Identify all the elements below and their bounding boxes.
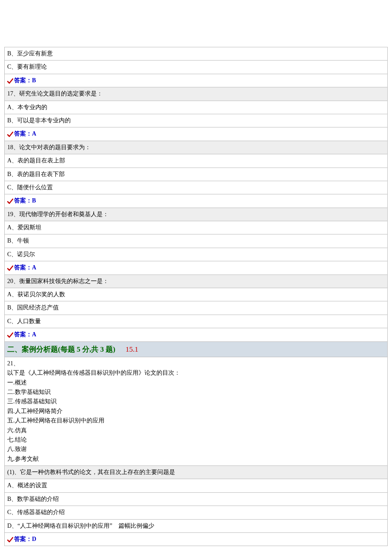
q18-question: 18、论文中对表的题目要求为： — [5, 141, 388, 154]
q20-option-a: A、获诺贝尔奖的人数 — [5, 288, 388, 301]
q17-answer-text: 答案：A — [14, 130, 36, 137]
q21-sub1-answer-text: 答案：D — [14, 536, 36, 542]
q21-sub1-option-b: B、数学基础的介绍 — [5, 492, 388, 506]
check-icon — [7, 332, 13, 338]
q21-intro-line: 四.人工神经网络简介 — [7, 407, 385, 416]
q17-option-a: A、本专业内的 — [5, 101, 388, 114]
section2-header: 二、案例分析题(每题 5 分,共 3 题) 15.1 — [5, 341, 388, 357]
check-icon — [7, 537, 13, 543]
q19-option-a: A、爱因斯坦 — [5, 221, 388, 234]
q20-answer: 答案：A — [5, 328, 388, 341]
q20-answer-text: 答案：A — [14, 331, 36, 338]
q19-answer: 答案：A — [5, 261, 388, 275]
check-icon — [7, 198, 13, 204]
q17-option-b: B、可以是非本专业内的 — [5, 114, 388, 127]
q17-answer: 答案：A — [5, 127, 388, 141]
q21-sub1-option-a: A、概述的设置 — [5, 479, 388, 492]
q21-number: 21、 — [7, 359, 385, 368]
q21-intro: 21、 以下是《人工神经网络在传感器目标识别中的应用》论文的目次： 一.概述 二… — [5, 357, 388, 465]
q16-answer-text: 答案：B — [14, 77, 36, 84]
q21-sub1-answer: 答案：D — [5, 533, 388, 546]
check-icon — [7, 265, 13, 271]
q18-answer-text: 答案：B — [14, 197, 36, 204]
q16-option-c: C、要有新理论 — [5, 61, 388, 74]
q21-intro-line: 八.致谢 — [7, 445, 385, 454]
q19-option-c: C、诺贝尔 — [5, 248, 388, 261]
q21-intro-line: 九.参考文献 — [7, 454, 385, 464]
q21-intro-line: 以下是《人工神经网络在传感器目标识别中的应用》论文的目次： — [7, 368, 385, 378]
q21-intro-line: 五.人工神经网络在目标识别中的应用 — [7, 416, 385, 425]
q21-sub1-question: (1)、它是一种仿教科书式的论文，其在目次上存在的主要问题是 — [5, 466, 388, 479]
q21-sub1-option-c: C、传感器基础的介绍 — [5, 506, 388, 519]
section2-title: 二、案例分析题(每题 5 分,共 3 题) — [7, 345, 115, 353]
q21-intro-line: 一.概述 — [7, 378, 385, 387]
q21-intro-line: 二.数学基础知识 — [7, 387, 385, 397]
q17-question: 17、研究生论文题目的选定要求是： — [5, 87, 388, 101]
q18-option-b: B、表的题目在表下部 — [5, 168, 388, 181]
q21-intro-line: 三.传感器基础知识 — [7, 397, 385, 406]
q21-sub1-option-d: D、“人工神经网络在目标识别中的应用” 篇幅比例偏少 — [5, 519, 388, 532]
exam-table: B、至少应有新意 C、要有新理论 答案：B 17、研究生论文题目的选定要求是： … — [4, 47, 388, 546]
check-icon — [7, 131, 13, 137]
q19-question: 19、现代物理学的开创者和奠基人是： — [5, 208, 388, 221]
q19-option-b: B、牛顿 — [5, 234, 388, 248]
q21-intro-line: 六.仿真 — [7, 426, 385, 435]
q16-option-b: B、至少应有新意 — [5, 47, 388, 61]
q19-answer-text: 答案：A — [14, 264, 36, 271]
check-icon — [7, 78, 13, 84]
section2-score: 15.1 — [126, 345, 138, 353]
q20-option-c: C、人口数量 — [5, 315, 388, 328]
q18-answer: 答案：B — [5, 194, 388, 208]
q18-option-a: A、表的题目在表上部 — [5, 154, 388, 168]
q16-answer: 答案：B — [5, 74, 388, 87]
q18-option-c: C、随便什么位置 — [5, 181, 388, 194]
q21-intro-line: 七.结论 — [7, 435, 385, 445]
q20-option-b: B、国民经济总产值 — [5, 301, 388, 315]
q20-question: 20、衡量国家科技领先的标志之一是： — [5, 275, 388, 288]
